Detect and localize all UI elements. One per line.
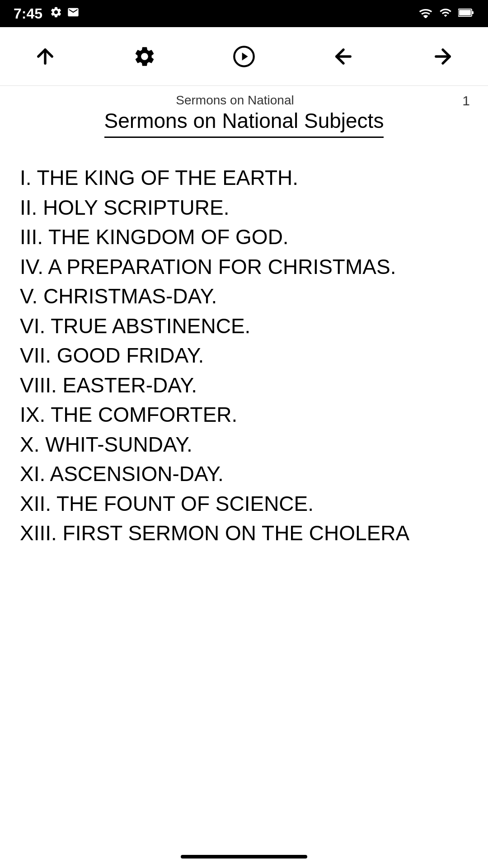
toc-item[interactable]: IX. THE COMFORTER. [20,402,468,428]
svg-rect-2 [459,10,471,15]
toc-item[interactable]: XII. THE FOUNT OF SCIENCE. [20,491,468,517]
home-bar [181,855,307,859]
battery-icon [458,6,474,21]
toc-item[interactable]: X. WHIT-SUNDAY. [20,432,468,458]
toc-content: I. THE KING OF THE EARTH.II. HOLY SCRIPT… [0,138,488,586]
status-left: 7:45 [14,5,80,22]
toc-list: I. THE KING OF THE EARTH.II. HOLY SCRIPT… [20,165,468,547]
toolbar [0,27,488,86]
wifi-icon [418,7,433,20]
book-title-small: Sermons on National [18,93,452,108]
up-button[interactable] [27,38,63,75]
forward-button[interactable] [425,38,461,75]
play-button[interactable] [226,38,262,75]
back-button[interactable] [325,38,361,75]
settings-status-icon [50,6,62,21]
header-info: Sermons on National 1 [0,86,488,108]
toc-item[interactable]: II. HOLY SCRIPTURE. [20,195,468,221]
toc-item[interactable]: XI. ASCENSION-DAY. [20,461,468,487]
status-bar: 7:45 [0,0,488,27]
settings-button[interactable] [127,38,163,75]
book-title-large: Sermons on National Subjects [104,108,384,138]
gmail-status-icon [67,6,80,21]
signal-icon [439,6,452,21]
toc-item[interactable]: VI. TRUE ABSTINENCE. [20,313,468,340]
toc-item[interactable]: VIII. EASTER-DAY. [20,373,468,399]
book-title-heading: Sermons on National Subjects [0,108,488,138]
toc-item[interactable]: V. CHRISTMAS-DAY. [20,283,468,310]
status-icons [50,6,80,21]
status-time: 7:45 [14,5,42,22]
toc-item[interactable]: VII. GOOD FRIDAY. [20,343,468,369]
page-number: 1 [452,93,470,108]
toc-item[interactable]: I. THE KING OF THE EARTH. [20,165,468,191]
toc-item[interactable]: IV. A PREPARATION FOR CHRISTMAS. [20,254,468,280]
svg-rect-1 [472,11,474,14]
toc-item[interactable]: XIII. FIRST SERMON ON THE CHOLERA [20,520,468,547]
toc-item[interactable]: III. THE KINGDOM OF GOD. [20,224,468,250]
status-right [418,6,474,21]
home-indicator [0,845,488,868]
svg-marker-5 [242,52,248,60]
